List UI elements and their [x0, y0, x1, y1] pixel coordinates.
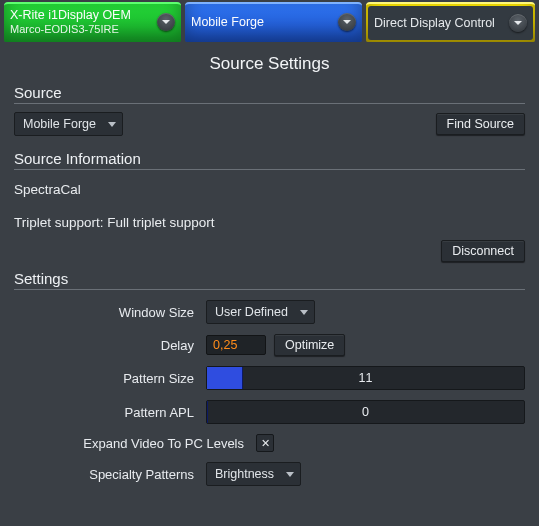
tab-meter[interactable]: X-Rite i1Display OEM Marco-EODIS3-75IRE [4, 2, 181, 42]
chevron-down-icon [108, 122, 116, 127]
pattern-size-slider[interactable]: 11 [206, 366, 525, 390]
source-vendor: SpectraCal [14, 182, 525, 197]
source-select-value: Mobile Forge [23, 117, 96, 131]
tab-source[interactable]: Mobile Forge [185, 2, 362, 42]
label-specialty-patterns: Specialty Patterns [14, 467, 206, 482]
chevron-down-icon [342, 17, 352, 27]
tab-source-title: Mobile Forge [191, 15, 264, 29]
specialty-patterns-select[interactable]: Brightness [206, 462, 301, 486]
optimize-button[interactable]: Optimize [274, 334, 345, 356]
section-source-info-heading: Source Information [14, 150, 525, 167]
specialty-patterns-value: Brightness [215, 467, 274, 481]
find-source-button[interactable]: Find Source [436, 113, 525, 135]
tab-meter-title: X-Rite i1Display OEM [10, 8, 131, 22]
source-settings-panel: { "tabs": [ {"title": "X-Rite i1Display … [0, 0, 539, 526]
label-pattern-apl: Pattern APL [14, 405, 206, 420]
page-title: Source Settings [14, 54, 525, 74]
expand-pc-checkbox[interactable]: ✕ [256, 434, 274, 452]
chevron-down-icon [161, 17, 171, 27]
page-body: Source Settings Source Mobile Forge Find… [0, 42, 539, 506]
settings-form: Window Size User Defined Delay 0,25 Opti… [14, 300, 525, 486]
chevron-down-icon [286, 472, 294, 477]
chevron-down-icon [300, 310, 308, 315]
tab-display-title: Direct Display Control [374, 16, 495, 30]
section-settings-heading: Settings [14, 270, 525, 287]
tab-display[interactable]: Direct Display Control [366, 2, 535, 42]
tab-display-dropdown[interactable] [509, 14, 527, 32]
source-triplet-support: Triplet support: Full triplet support [14, 215, 525, 230]
section-source-heading: Source [14, 84, 525, 101]
window-size-value: User Defined [215, 305, 288, 319]
pattern-size-value: 11 [359, 371, 373, 385]
divider [14, 169, 525, 170]
divider [14, 289, 525, 290]
tab-meter-dropdown[interactable] [157, 13, 175, 31]
source-select[interactable]: Mobile Forge [14, 112, 123, 136]
label-window-size: Window Size [14, 305, 206, 320]
divider [14, 103, 525, 104]
label-delay: Delay [14, 338, 206, 353]
slider-fill [207, 401, 208, 423]
pattern-apl-value: 0 [362, 405, 369, 419]
tab-meter-sub: Marco-EODIS3-75IRE [10, 23, 131, 36]
tab-source-dropdown[interactable] [338, 13, 356, 31]
window-size-select[interactable]: User Defined [206, 300, 315, 324]
label-expand-pc: Expand Video To PC Levels [14, 436, 256, 451]
disconnect-button[interactable]: Disconnect [441, 240, 525, 262]
label-pattern-size: Pattern Size [14, 371, 206, 386]
top-tabs: X-Rite i1Display OEM Marco-EODIS3-75IRE … [0, 0, 539, 42]
chevron-down-icon [513, 18, 523, 28]
pattern-apl-slider[interactable]: 0 [206, 400, 525, 424]
slider-fill [207, 367, 243, 389]
delay-input[interactable]: 0,25 [206, 335, 266, 355]
